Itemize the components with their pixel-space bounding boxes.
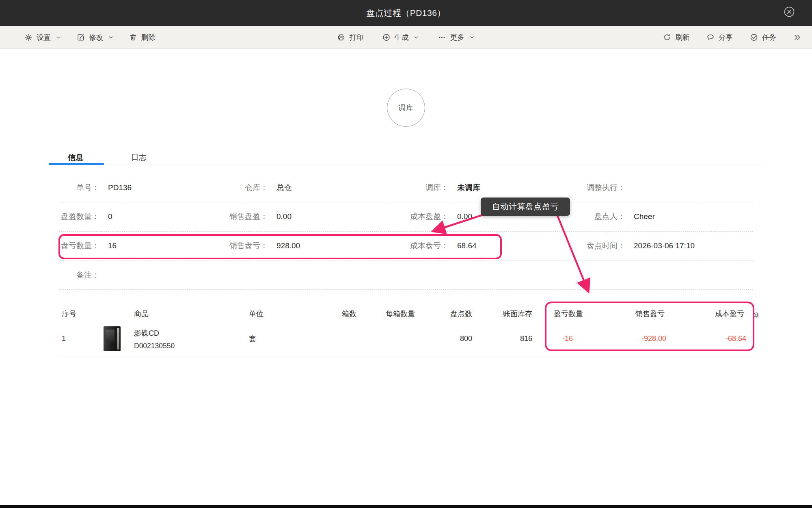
field-transfer-status: 调库： 未调库 xyxy=(376,182,480,193)
product-thumbnail xyxy=(104,326,121,351)
tab-bar-divider xyxy=(54,165,761,165)
col-header-unit: 单位 xyxy=(249,308,263,319)
field-label: 盘亏数量： xyxy=(41,241,99,251)
tab-log[interactable]: 日志 xyxy=(118,152,160,163)
generate-label: 生成 xyxy=(395,33,409,42)
generate-button[interactable]: 生成 xyxy=(382,33,419,42)
edit-button[interactable]: 修改 xyxy=(77,33,114,42)
col-header-product: 商品 xyxy=(134,308,149,319)
refresh-label: 刷新 xyxy=(675,33,689,42)
field-value: 未调库 xyxy=(457,182,480,193)
share-button[interactable]: 分享 xyxy=(706,33,733,42)
settings-button[interactable]: 设置 xyxy=(24,33,61,42)
field-label: 调库： xyxy=(376,182,449,193)
refresh-icon xyxy=(663,33,671,41)
field-value: 总仓 xyxy=(276,182,292,193)
col-header-cost-diff: 成本盈亏 xyxy=(687,308,744,319)
toolbar-center-group: 打印 生成 更多 xyxy=(337,26,475,49)
delete-label: 删除 xyxy=(141,33,155,42)
col-header-qty-per-box: 每箱数量 xyxy=(358,308,415,319)
field-count-time: 盘点时间： 2026-03-06 17:10 xyxy=(550,241,695,251)
close-button[interactable] xyxy=(784,6,795,17)
field-label: 盘点时间： xyxy=(550,241,625,251)
col-header-counted-qty: 盘点数 xyxy=(415,308,472,319)
toolbar-overflow-button[interactable] xyxy=(793,33,801,41)
active-tab-indicator xyxy=(49,163,104,165)
col-header-sales-diff: 销售盈亏 xyxy=(608,308,665,319)
chevron-down-icon xyxy=(469,35,475,40)
status-stamp: 调库 xyxy=(387,89,425,127)
field-order-number: 单号： PD136 xyxy=(41,182,132,193)
check-circle-icon xyxy=(750,33,758,41)
field-sales-surplus: 销售盘盈： 0.00 xyxy=(195,211,292,222)
trash-icon xyxy=(129,33,137,41)
page-title: 盘点过程（PD136） xyxy=(0,8,812,18)
field-value: 0.00 xyxy=(276,211,292,222)
tab-info[interactable]: 信息 xyxy=(54,152,97,163)
annotation-callout: 自动计算盘点盈亏 xyxy=(481,198,570,216)
status-stamp-label: 调库 xyxy=(399,103,414,113)
table-row-divider xyxy=(59,356,754,356)
field-label: 调整执行： xyxy=(550,182,625,193)
col-header-diff-qty: 盈亏数量 xyxy=(526,308,583,319)
row-counted-qty: 800 xyxy=(415,333,472,344)
refresh-button[interactable]: 刷新 xyxy=(663,33,689,42)
field-label: 盘盈数量： xyxy=(41,211,99,222)
delete-button[interactable]: 删除 xyxy=(129,33,155,42)
field-value: 16 xyxy=(108,241,117,251)
annotation-arrows xyxy=(0,0,812,508)
edit-icon xyxy=(77,33,85,41)
row-unit: 套 xyxy=(249,333,256,344)
field-value: 68.64 xyxy=(457,241,477,251)
double-chevron-right-icon xyxy=(793,33,801,41)
field-label: 销售盘亏： xyxy=(195,241,268,251)
settings-label: 设置 xyxy=(37,33,51,42)
field-value: 928.00 xyxy=(276,241,300,251)
edit-label: 修改 xyxy=(89,33,103,42)
bottom-bar xyxy=(0,505,812,508)
field-remark: 备注： xyxy=(41,270,108,280)
field-loss-qty: 盘亏数量： 16 xyxy=(41,241,117,251)
inventory-detail-window: 盘点过程（PD136） 设置 修改 删除 打 xyxy=(0,0,812,508)
tasks-button[interactable]: 任务 xyxy=(750,33,776,42)
field-value: 0 xyxy=(108,211,112,222)
field-value: Cheer xyxy=(634,211,655,222)
share-label: 分享 xyxy=(719,33,733,42)
printer-icon xyxy=(337,33,346,41)
product-name: 影碟CD xyxy=(134,328,159,339)
field-warehouse: 仓库： 总仓 xyxy=(195,182,292,193)
chevron-down-icon xyxy=(55,35,61,40)
column-settings-gear-icon xyxy=(752,314,760,320)
field-adjust-execute: 调整执行： xyxy=(550,182,634,193)
more-label: 更多 xyxy=(450,33,464,42)
ellipsis-icon xyxy=(438,33,446,41)
chat-bubble-icon xyxy=(706,33,715,41)
toolbar: 设置 修改 删除 打印 生成 xyxy=(0,26,812,49)
row-cost-diff: -68.64 xyxy=(689,333,746,344)
column-settings-button[interactable] xyxy=(752,311,760,319)
field-value: 2026-03-06 17:10 xyxy=(634,241,695,251)
col-header-book-qty: 账面库存 xyxy=(475,308,532,319)
print-button[interactable]: 打印 xyxy=(337,33,364,42)
field-label: 单号： xyxy=(41,182,99,193)
col-header-box-count: 箱数 xyxy=(309,308,356,319)
print-label: 打印 xyxy=(350,33,364,42)
field-cost-loss: 成本盘亏： 68.64 xyxy=(376,241,477,251)
field-value: 0.00 xyxy=(457,211,472,222)
field-row-divider xyxy=(59,260,753,261)
more-button[interactable]: 更多 xyxy=(438,33,475,42)
field-label: 仓库： xyxy=(195,182,268,193)
plus-circle-icon xyxy=(382,33,391,41)
field-row-divider xyxy=(59,202,753,202)
tab-bar: 信息 日志 xyxy=(54,152,160,163)
titlebar: 盘点过程（PD136） xyxy=(0,0,812,26)
gear-icon xyxy=(24,33,32,41)
col-header-index: 序号 xyxy=(62,308,76,319)
tasks-label: 任务 xyxy=(762,33,776,42)
row-sales-diff: -928.00 xyxy=(609,333,666,344)
chevron-down-icon xyxy=(413,35,419,40)
toolbar-left-group: 设置 修改 删除 xyxy=(24,26,155,49)
row-diff-qty: -16 xyxy=(516,333,573,344)
field-row-divider xyxy=(59,231,753,232)
close-icon xyxy=(784,13,795,19)
